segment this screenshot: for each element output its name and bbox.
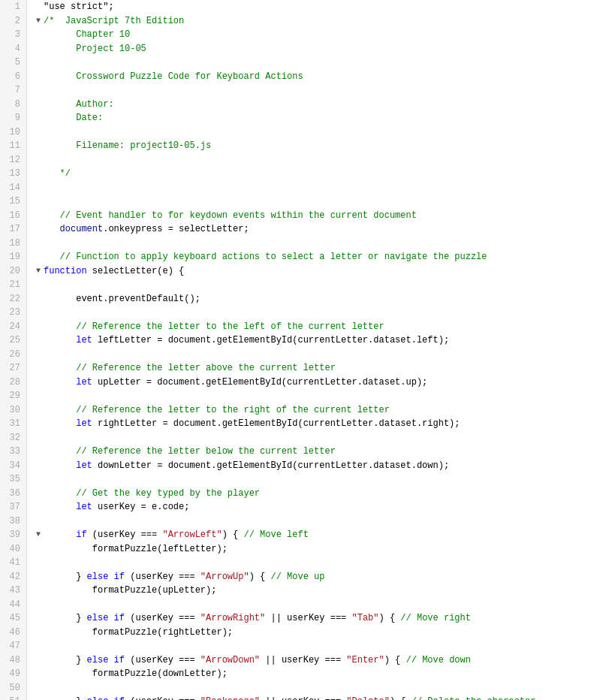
code-line: [33, 556, 591, 570]
line-number: 34: [6, 459, 20, 473]
code-content: } else if (userKey === "ArrowRight" || u…: [44, 611, 591, 626]
line-number: 30: [6, 403, 20, 418]
code-line: let upLetter = document.getElementById(c…: [33, 376, 591, 390]
code-line: [33, 125, 591, 140]
line-number: 3: [6, 28, 20, 42]
code-line: [33, 278, 591, 292]
line-number: 21: [6, 278, 20, 292]
line-number: 4: [6, 42, 20, 56]
line-number: 18: [6, 237, 20, 251]
code-content: // Reference the letter above the curren…: [44, 361, 591, 376]
code-line: // Reference the letter below the curren…: [33, 445, 591, 459]
line-number: 32: [6, 431, 20, 445]
code-line: ▼function selectLetter(e) {: [33, 264, 591, 279]
line-number: 26: [6, 348, 20, 362]
code-content: // Reference the letter to the right of …: [44, 403, 591, 418]
code-editor: 1234567891011121314151617181920212223242…: [0, 0, 591, 700]
code-line: [33, 153, 591, 167]
code-line: [33, 181, 591, 195]
fold-button[interactable]: ▼: [33, 264, 44, 279]
line-number: 17: [6, 222, 20, 237]
line-number: 45: [6, 611, 20, 626]
line-number: 20: [6, 264, 20, 279]
line-number: 2: [6, 14, 20, 29]
code-content: event.preventDefault();: [44, 292, 591, 306]
line-number: 43: [6, 584, 20, 598]
code-line: let downLetter = document.getElementById…: [33, 459, 591, 473]
code-content: Filename: project10-05.js: [44, 139, 591, 153]
code-content: formatPuzzle(leftLetter);: [44, 542, 591, 557]
code-content: // Reference the letter below the curren…: [44, 445, 591, 459]
code-line: // Reference the letter to the left of t…: [33, 320, 591, 334]
line-number: 23: [6, 306, 20, 320]
code-line: [33, 237, 591, 251]
line-number: 11: [6, 139, 20, 153]
code-line: Crossword Puzzle Code for Keyboard Actio…: [33, 70, 591, 84]
code-line: } else if (userKey === "ArrowRight" || u…: [33, 611, 591, 626]
line-number: 51: [6, 695, 20, 700]
code-line: [33, 389, 591, 403]
line-number: 40: [6, 542, 20, 557]
line-number: 33: [6, 445, 20, 459]
code-line: // Event handler to for keydown events w…: [33, 209, 591, 223]
code-line: document.onkeypress = selectLetter;: [33, 222, 591, 237]
code-line: // Reference the letter to the right of …: [33, 403, 591, 418]
line-number: 42: [6, 570, 20, 584]
code-line: "use strict";: [33, 0, 591, 14]
code-content: Author:: [44, 98, 591, 112]
line-number: 36: [6, 487, 20, 501]
code-content: formatPuzzle(downLetter);: [44, 667, 591, 681]
code-line: event.preventDefault();: [33, 292, 591, 306]
line-number: 48: [6, 653, 20, 668]
code-content: formatPuzzle(rightLetter);: [44, 626, 591, 640]
code-content: Date:: [44, 111, 591, 125]
code-content: Project 10-05: [44, 42, 591, 56]
line-number: 22: [6, 292, 20, 306]
line-numbers: 1234567891011121314151617181920212223242…: [0, 0, 27, 700]
line-number: 16: [6, 209, 20, 223]
code-line: } else if (userKey === "Backspace" || us…: [33, 695, 591, 700]
code-content: } else if (userKey === "Backspace" || us…: [44, 695, 591, 700]
line-number: 14: [6, 181, 20, 195]
line-number: 28: [6, 376, 20, 390]
line-number: 6: [6, 70, 20, 84]
code-content: */: [44, 167, 591, 181]
line-number: 29: [6, 389, 20, 403]
code-line: [33, 681, 591, 695]
line-number: 50: [6, 681, 20, 695]
fold-button[interactable]: ▼: [33, 528, 44, 542]
line-number: 13: [6, 167, 20, 181]
line-number: 7: [6, 83, 20, 98]
line-number: 10: [6, 125, 20, 140]
code-line: [33, 83, 591, 98]
code-line: formatPuzzle(rightLetter);: [33, 626, 591, 640]
code-line: [33, 472, 591, 487]
code-area: "use strict";▼/* JavaScript 7th Edition …: [27, 0, 591, 700]
code-content: // Get the key typed by the player: [44, 487, 591, 501]
code-content: let rightLetter = document.getElementByI…: [44, 417, 591, 431]
code-line: Project 10-05: [33, 42, 591, 56]
code-content: // Reference the letter to the left of t…: [44, 320, 591, 334]
code-content: } else if (userKey === "ArrowDown" || us…: [44, 653, 591, 668]
code-content: let userKey = e.code;: [44, 500, 591, 514]
code-line: let leftLetter = document.getElementById…: [33, 333, 591, 348]
line-number: 39: [6, 528, 20, 542]
code-line: [33, 431, 591, 445]
code-line: Chapter 10: [33, 28, 591, 42]
line-number: 1: [6, 0, 20, 14]
code-line: let rightLetter = document.getElementByI…: [33, 417, 591, 431]
line-number: 15: [6, 195, 20, 209]
line-number: 38: [6, 514, 20, 529]
code-content: Crossword Puzzle Code for Keyboard Actio…: [44, 70, 591, 84]
code-line: [33, 56, 591, 70]
code-line: Filename: project10-05.js: [33, 139, 591, 153]
line-number: 24: [6, 320, 20, 334]
line-number: 47: [6, 639, 20, 653]
code-line: [33, 306, 591, 320]
code-line: // Get the key typed by the player: [33, 487, 591, 501]
code-content: formatPuzzle(upLetter);: [44, 584, 591, 598]
code-line: let userKey = e.code;: [33, 500, 591, 514]
fold-button[interactable]: ▼: [33, 14, 44, 29]
code-content: Chapter 10: [44, 28, 591, 42]
code-content: let leftLetter = document.getElementById…: [44, 333, 591, 348]
